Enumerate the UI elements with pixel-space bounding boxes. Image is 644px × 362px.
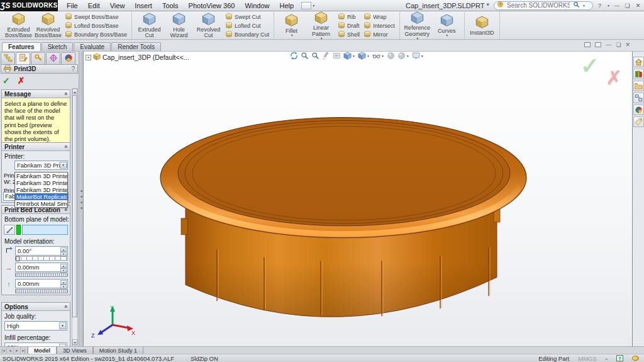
curves-button[interactable]: Curves▼ <box>432 12 462 38</box>
spinner-slider[interactable] <box>15 256 68 261</box>
zoom-to-fit-icon[interactable] <box>290 52 298 60</box>
rib-button[interactable]: Rib <box>336 13 362 21</box>
doc-tab-3d-views[interactable]: 3D Views <box>57 347 93 354</box>
collapse-chevron-icon[interactable]: « <box>62 145 69 148</box>
panel-tab-feature-tree[interactable] <box>1 52 15 64</box>
panel-splitter[interactable]: ◂◂◂◂ <box>79 51 84 346</box>
printer-option[interactable]: Fabrikam 3D Printer Mod <box>15 173 67 179</box>
plane-selection-input[interactable] <box>22 225 68 235</box>
doc-tab-model[interactable]: Model <box>28 347 57 354</box>
doc-restore-button[interactable]: ❏ <box>616 42 621 48</box>
spinner-slider[interactable] <box>15 289 68 293</box>
section-view-icon[interactable] <box>322 52 330 60</box>
zoom-to-area-icon[interactable] <box>301 52 309 60</box>
viewport-cancel-icon[interactable]: ✗ <box>606 67 622 89</box>
viewport-ok-icon[interactable]: ✓ <box>580 53 599 79</box>
collapse-chevron-icon[interactable]: « <box>62 208 69 211</box>
hide-show-items-icon[interactable]: ▼ <box>372 52 384 60</box>
view-settings-icon[interactable]: ▼ <box>412 52 424 60</box>
panel-tab-property-manager[interactable] <box>16 52 30 64</box>
extruded-boss-base-button[interactable]: Extruded Boss/Base <box>4 11 33 40</box>
scroll-up-icon[interactable]: ▲ <box>72 89 77 94</box>
spinner-value-input[interactable]: 0.00°▲▼ <box>15 246 68 256</box>
tab-nav-icon[interactable]: |◂ <box>0 347 7 354</box>
design-library-icon[interactable] <box>633 69 644 79</box>
collapse-chevron-icon[interactable]: « <box>62 305 69 308</box>
menu-edit[interactable]: Edit <box>83 2 105 9</box>
spinner-stepper[interactable]: ▲▼ <box>60 264 67 271</box>
quick-access-caret-icon[interactable]: ▼ <box>312 4 315 8</box>
view-orientation-icon[interactable]: ▼ <box>343 52 355 60</box>
instant3d-button[interactable]: Instant3D <box>467 14 497 37</box>
combobox-caret-icon[interactable]: ▼ <box>60 162 67 169</box>
message-section-header[interactable]: Message « <box>2 90 70 98</box>
options-section-header[interactable]: Options « <box>2 303 70 311</box>
menu-view[interactable]: View <box>105 2 130 9</box>
menu-window[interactable]: Window <box>240 2 274 9</box>
reference-geometry-button[interactable]: Reference Geometry▼ <box>402 9 432 42</box>
revolved-cut-button[interactable]: Revolved Cut <box>194 11 223 40</box>
boundary-boss-base-button[interactable]: Boundary Boss/Base <box>63 30 129 38</box>
spinner-stepper[interactable]: ▲▼ <box>60 247 67 254</box>
printer-option[interactable]: Fabrikam 3D Printer Mod <box>15 186 67 193</box>
feature-tree-flyout[interactable]: + Cap_insert_3DP (Default<<... <box>86 53 189 62</box>
zoom-in-out-icon[interactable] <box>311 52 319 60</box>
lofted-cut-button[interactable]: Lofted Cut <box>223 21 271 30</box>
boundary-cut-button[interactable]: Boundary Cut <box>223 30 271 38</box>
tree-item-label[interactable]: Cap_insert_3DP (Default<<... <box>103 54 189 61</box>
app-help-icon[interactable]: ? <box>596 3 604 9</box>
minimize-button[interactable]: — <box>613 3 621 9</box>
doc-tab-motion-study-1[interactable]: Motion Study 1 <box>93 347 143 354</box>
menu-help[interactable]: Help <box>275 2 299 9</box>
panel-tab-display-manager[interactable] <box>61 52 75 64</box>
printer-option[interactable]: Printrbot Metal Simple <box>15 200 67 207</box>
display-style-icon[interactable]: ▼ <box>358 52 370 60</box>
search-box[interactable]: ? ▼ <box>494 1 593 10</box>
mirror-button[interactable]: Mirror <box>362 30 397 38</box>
hole-wizard-button[interactable]: Hole Wizard <box>164 11 194 40</box>
menu-tools[interactable]: Tools <box>157 2 184 9</box>
app-help-caret-icon[interactable]: ▼ <box>607 4 610 8</box>
collapse-chevron-icon[interactable]: « <box>62 92 69 95</box>
spinner-stepper[interactable]: ▲▼ <box>60 280 67 287</box>
search-input[interactable] <box>506 1 571 9</box>
panel-scrollbar[interactable]: ▲ ▼ <box>72 88 78 346</box>
revolved-boss-base-button[interactable]: Revolved Boss/Base <box>33 11 63 40</box>
plane-pick-icon[interactable] <box>4 225 15 235</box>
dropdown-caret-icon[interactable]: ▼ <box>291 34 294 37</box>
tab-evaluate[interactable]: Evaluate <box>74 42 111 51</box>
wrap-button[interactable]: Wrap <box>362 13 397 21</box>
file-explorer-icon[interactable] <box>633 81 644 91</box>
close-button[interactable]: ✕ <box>634 3 642 9</box>
shell-button[interactable]: Shell <box>336 30 362 38</box>
printer-section-header[interactable]: Printer « <box>2 143 70 151</box>
units-caret[interactable]: - <box>606 355 608 362</box>
tab-nav-icon[interactable]: ◂ <box>7 347 14 354</box>
spinner-value-input[interactable]: 0.00mm▲▼ <box>15 263 68 272</box>
swept-boss-base-button[interactable]: Swept Boss/Base <box>63 13 129 21</box>
graphics-viewport[interactable]: + Cap_insert_3DP (Default<<... ▼▼▼▼▼ ✓ ✗… <box>84 51 632 346</box>
menu-photoview-360[interactable]: PhotoView 360 <box>184 2 240 9</box>
scrollbar-thumb[interactable] <box>72 95 77 317</box>
status-help-icon[interactable]: ? <box>616 355 623 361</box>
doc-minimize-button[interactable]: — <box>606 42 611 48</box>
appearances-scenes-icon[interactable] <box>633 105 644 115</box>
tab-nav-icon[interactable]: ▸ <box>14 347 21 354</box>
tab-features[interactable]: Features <box>2 42 41 51</box>
search-icon[interactable] <box>573 1 580 9</box>
linear-pattern-button[interactable]: Linear Pattern▼ <box>306 9 336 42</box>
extruded-cut-button[interactable]: Extruded Cut <box>135 11 164 40</box>
pane-toggle2-icon[interactable] <box>595 42 601 47</box>
dropdown-caret-icon[interactable]: ▼ <box>445 34 448 37</box>
menu-insert[interactable]: Insert <box>130 2 157 9</box>
tab-sketch[interactable]: Sketch <box>42 42 74 51</box>
apply-scene-icon[interactable]: ▼ <box>397 52 409 60</box>
select-caret-icon[interactable]: ▼ <box>59 322 66 329</box>
units-selector[interactable]: MMGS <box>578 355 597 362</box>
menu-file[interactable]: File <box>62 2 83 9</box>
scroll-down-icon[interactable]: ▼ <box>72 339 77 345</box>
panel-help-icon[interactable]: ? <box>71 65 75 72</box>
spinner-slider[interactable] <box>15 273 68 277</box>
swept-cut-button[interactable]: Swept Cut <box>223 13 271 21</box>
tree-expand-icon[interactable]: + <box>86 55 91 60</box>
